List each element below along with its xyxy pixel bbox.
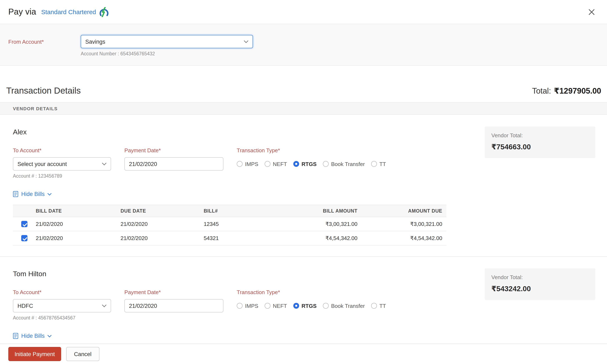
radio-label: NEFT	[273, 303, 287, 309]
action-footer: Initiate Payment Cancel	[0, 344, 607, 364]
bill-number: 54321	[199, 231, 279, 245]
radio-rtgs[interactable]: RTGS	[293, 303, 317, 309]
radio-label: TT	[379, 303, 386, 309]
from-account-value: Savings	[85, 39, 105, 45]
vendor-fields: To Account* HDFC Account # : 45678765434…	[13, 289, 446, 320]
close-button[interactable]	[586, 6, 597, 17]
radio-neft[interactable]: NEFT	[265, 303, 287, 309]
to-account-value: HDFC	[17, 303, 33, 309]
vendor-section-tom-hilton: Tom Hilton To Account* HDFC Account # : …	[0, 257, 607, 341]
bill-row: 21/02/2020 21/02/2020 12345 ₹3,00,321.00…	[13, 217, 446, 231]
col-due-date: DUE DATE	[116, 205, 200, 217]
radio-label: Book Transfer	[331, 303, 365, 309]
standard-chartered-logo-icon	[99, 7, 109, 17]
close-icon	[588, 8, 595, 16]
bank-name: Standard Chartered	[41, 8, 96, 15]
to-account-label: To Account*	[13, 289, 111, 295]
due-date: 21/02/2020	[116, 231, 200, 245]
payment-date-field: Payment Date* 21/02/2020	[124, 147, 223, 179]
vendor-section-alex: Alex To Account* Select your account Acc…	[0, 115, 607, 246]
radio-book-transfer[interactable]: Book Transfer	[323, 161, 365, 167]
radio-icon	[265, 161, 271, 167]
from-account-number: Account Number : 6543456765432	[81, 51, 253, 56]
radio-imps[interactable]: IMPS	[237, 303, 258, 309]
to-account-select[interactable]: Select your account	[13, 157, 111, 170]
radio-label: Book Transfer	[331, 161, 365, 167]
page-title: Pay via	[8, 7, 36, 17]
to-account-select[interactable]: HDFC	[13, 299, 111, 312]
payment-date-input[interactable]: 21/02/2020	[124, 157, 223, 170]
radio-rtgs[interactable]: RTGS	[293, 161, 317, 167]
col-amount-due: AMOUNT DUE	[362, 205, 446, 217]
radio-neft[interactable]: NEFT	[265, 161, 287, 167]
vendor-main: Tom Hilton To Account* HDFC Account # : …	[13, 268, 446, 341]
hide-bills-label: Hide Bills	[21, 333, 45, 339]
grand-total-value: ₹1297905.00	[554, 86, 601, 96]
chevron-down-icon	[102, 304, 106, 307]
vendor-total-box: Vendor Total: ₹754663.00	[485, 127, 595, 158]
transaction-type-label: Transaction Type*	[237, 147, 392, 154]
bills-header-row: BILL DATE DUE DATE BILL# BILL AMOUNT AMO…	[13, 205, 446, 217]
chevron-down-icon	[48, 193, 52, 195]
dialog-header: Pay via Standard Chartered	[0, 0, 607, 24]
transaction-type-radios: IMPS NEFT RTGS Book Transfer TT	[237, 157, 392, 170]
transaction-summary: Transaction Details Total: ₹1297905.00	[0, 66, 607, 102]
vendor-details-header: VENDOR DETAILS	[0, 102, 607, 115]
radio-label: IMPS	[245, 161, 258, 167]
payment-date-field: Payment Date* 21/02/2020	[124, 289, 223, 320]
col-bill-amount: BILL AMOUNT	[279, 205, 362, 217]
radio-book-transfer[interactable]: Book Transfer	[323, 303, 365, 309]
radio-icon	[323, 303, 329, 309]
bill-date: 21/02/2020	[32, 231, 116, 245]
hide-bills-toggle[interactable]: Hide Bills	[13, 333, 52, 339]
payment-date-value: 21/02/2020	[129, 161, 157, 167]
chevron-down-icon	[102, 162, 106, 165]
radio-icon	[265, 303, 271, 309]
vendor-total-value: ₹543242.00	[491, 285, 589, 293]
to-account-number: Account # : 123456789	[13, 173, 111, 179]
due-date: 21/02/2020	[116, 217, 200, 231]
from-account-select[interactable]: Savings	[81, 35, 253, 48]
cancel-button[interactable]: Cancel	[66, 347, 99, 361]
radio-icon	[237, 161, 243, 167]
radio-icon	[323, 161, 329, 167]
select-column-header	[13, 205, 32, 217]
radio-icon	[293, 161, 299, 167]
radio-tt[interactable]: TT	[371, 161, 386, 167]
to-account-field: To Account* HDFC Account # : 45678765434…	[13, 289, 111, 320]
transaction-details-title: Transaction Details	[6, 86, 81, 96]
radio-imps[interactable]: IMPS	[237, 161, 258, 167]
radio-icon	[371, 161, 377, 167]
bill-checkbox[interactable]	[21, 221, 27, 227]
chevron-down-icon	[244, 40, 248, 43]
radio-label: RTGS	[302, 161, 317, 167]
radio-tt[interactable]: TT	[371, 303, 386, 309]
from-account-section: From Account* Savings Account Number : 6…	[0, 24, 607, 66]
hide-bills-label: Hide Bills	[21, 191, 45, 197]
vendor-total-box: Vendor Total: ₹543242.00	[485, 268, 595, 300]
vendor-name: Alex	[13, 128, 446, 136]
bill-amount: ₹3,00,321.00	[279, 217, 362, 231]
transaction-type-field: Transaction Type* IMPS NEFT RTGS Book Tr…	[237, 147, 392, 179]
from-account-field: Savings Account Number : 6543456765432	[81, 35, 253, 65]
bill-number: 12345	[199, 217, 279, 231]
to-account-value: Select your account	[17, 161, 67, 167]
initiate-payment-button[interactable]: Initiate Payment	[8, 347, 61, 361]
payment-date-value: 21/02/2020	[129, 303, 157, 309]
hide-bills-toggle[interactable]: Hide Bills	[13, 191, 52, 197]
bill-row: 21/02/2020 21/02/2020 54321 ₹4,54,342.00…	[13, 231, 446, 245]
bills-table: BILL DATE DUE DATE BILL# BILL AMOUNT AMO…	[13, 205, 446, 246]
bill-date: 21/02/2020	[32, 217, 116, 231]
pay-via-dialog: Pay via Standard Chartered From Account*…	[0, 0, 607, 364]
radio-label: NEFT	[273, 161, 287, 167]
from-account-label: From Account*	[8, 35, 81, 65]
transaction-type-field: Transaction Type* IMPS NEFT RTGS Book Tr…	[237, 289, 392, 320]
amount-due: ₹3,00,321.00	[362, 217, 446, 231]
payment-date-input[interactable]: 21/02/2020	[124, 299, 223, 312]
radio-label: RTGS	[302, 303, 317, 309]
vendor-main: Alex To Account* Select your account Acc…	[13, 127, 446, 246]
transaction-type-label: Transaction Type*	[237, 289, 392, 295]
radio-label: IMPS	[245, 303, 258, 309]
bill-checkbox[interactable]	[21, 235, 27, 241]
grand-total-label: Total:	[532, 87, 551, 96]
